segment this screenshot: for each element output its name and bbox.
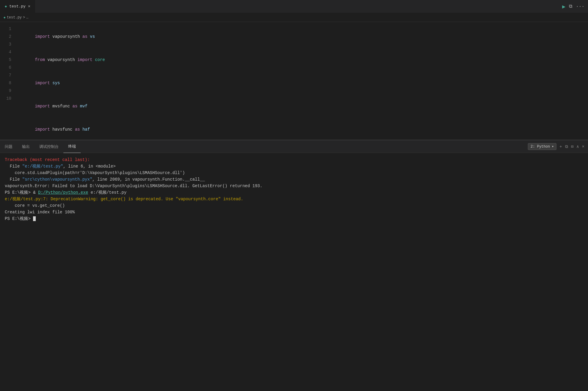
run-button[interactable]: ▶ — [562, 3, 565, 10]
line-num-5: 5 — [0, 56, 11, 64]
breadcrumb-file-icon: ◈ — [4, 15, 6, 19]
tab-problems[interactable]: 问题 — [0, 140, 17, 153]
output-label: 输出 — [22, 144, 30, 149]
line-num-9: 9 — [0, 87, 11, 95]
more-actions-button[interactable]: ··· — [576, 4, 584, 9]
editor-area: 1 2 3 4 5 6 7 8 9 10 import vapoursynth … — [0, 22, 588, 140]
breadcrumb-ellipsis: … — [26, 15, 28, 20]
editor-actions: ▶ ⧉ ··· — [562, 3, 588, 10]
kill-terminal-button[interactable]: ⊟ — [571, 144, 573, 149]
split-editor-button[interactable]: ⧉ — [569, 4, 572, 9]
close-panel-button[interactable]: × — [582, 144, 584, 149]
breadcrumb-file[interactable]: test.py — [7, 15, 22, 20]
code-line-1: import vapoursynth as vs — [15, 25, 588, 48]
line-num-1: 1 — [0, 25, 11, 33]
panel-tab-actions: 2: Python ▾ + ⧉ ⊟ ∧ × — [528, 143, 588, 150]
line-num-6: 6 — [0, 64, 11, 71]
tab-bar: ◈ test.py × ▶ ⧉ ··· — [0, 0, 588, 13]
terminal-line-5: vapoursynth.Error: Failed to load D:\Vap… — [5, 183, 583, 189]
line-numbers: 1 2 3 4 5 6 7 8 9 10 — [0, 24, 15, 140]
tab-output[interactable]: 输出 — [17, 140, 35, 153]
terminal-label: 终端 — [68, 144, 76, 149]
terminal-line-10: PS E:\视频> — [5, 215, 583, 222]
minimap — [567, 22, 588, 140]
new-terminal-button[interactable]: + — [559, 144, 562, 149]
tab-label: test.py — [9, 4, 26, 9]
debug-console-label: 调试控制台 — [39, 144, 59, 149]
line-num-10: 10 — [0, 95, 11, 102]
maximize-panel-button[interactable]: ∧ — [576, 144, 579, 149]
line-num-3: 3 — [0, 40, 11, 48]
code-line-5: import havsfunc as haf — [15, 118, 588, 140]
tab-terminal[interactable]: 终端 — [63, 140, 81, 153]
tab-close-button[interactable]: × — [28, 4, 30, 9]
line-num-8: 8 — [0, 79, 11, 87]
terminal-selector-label: 2: Python — [531, 145, 550, 149]
terminal-line-3: core.std.LoadPlugin(path=r'D:\VapourSynt… — [5, 170, 583, 176]
terminal-line-1: Traceback (most recent call last): — [5, 157, 583, 163]
code-line-3: import sys — [15, 71, 588, 95]
terminal-selector[interactable]: 2: Python ▾ — [528, 143, 556, 150]
file-icon: ◈ — [5, 4, 7, 9]
terminal-cursor — [33, 216, 36, 221]
line-num-4: 4 — [0, 48, 11, 56]
terminal-panel: 问题 输出 调试控制台 终端 2: Python ▾ + ⧉ ⊟ ∧ × Tra… — [0, 140, 588, 391]
tab-test-py[interactable]: ◈ test.py × — [0, 0, 35, 13]
terminal-line-8: core = vs.get_core() — [5, 202, 583, 209]
terminal-line-7: e:/视频/test.py:7: DeprecationWarning: get… — [5, 196, 583, 202]
terminal-content[interactable]: Traceback (most recent call last): File … — [0, 153, 588, 391]
tab-debug-console[interactable]: 调试控制台 — [35, 140, 63, 153]
breadcrumb: ◈ test.py > … — [0, 13, 588, 22]
terminal-line-9: Creating lwi index file 100% — [5, 209, 583, 215]
split-terminal-button[interactable]: ⧉ — [565, 144, 568, 149]
code-content[interactable]: import vapoursynth as vs from vapoursynt… — [15, 24, 588, 140]
terminal-line-4: File "src\cython\vapoursynth.pyx", line … — [5, 176, 583, 183]
code-line-4: import mvsfunc as mvf — [15, 95, 588, 118]
panel-tabs: 问题 输出 调试控制台 终端 2: Python ▾ + ⧉ ⊟ ∧ × — [0, 140, 588, 153]
chevron-down-icon: ▾ — [552, 144, 554, 149]
line-num-7: 7 — [0, 71, 11, 79]
line-num-2: 2 — [0, 33, 11, 40]
terminal-line-6: PS E:\视频> & D:/Python/python.exe e:/视频/t… — [5, 189, 583, 196]
breadcrumb-separator: > — [23, 15, 25, 20]
code-line-2: from vapoursynth import core — [15, 48, 588, 71]
problems-label: 问题 — [5, 144, 13, 149]
code-container: 1 2 3 4 5 6 7 8 9 10 import vapoursynth … — [0, 22, 588, 140]
terminal-line-2: File "e:/视频/test.py", line 6, in <module… — [5, 163, 583, 170]
